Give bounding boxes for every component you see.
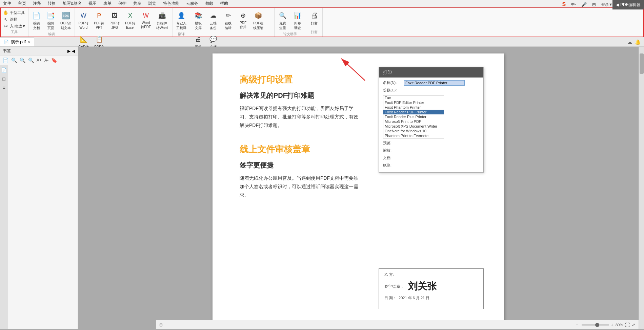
notification-icon: 🔔 — [635, 39, 641, 45]
template-library-button[interactable]: 📚 模板文库 — [192, 9, 205, 32]
printer-onenote[interactable]: OneNote for Windows 10 — [383, 129, 444, 133]
sidebar-font-up-icon[interactable]: A+ — [36, 57, 42, 63]
scan-to-word-button[interactable]: 📠 扫描件转Word — [154, 9, 170, 32]
ribbon-print-group: 🖨 打窗 打窗 — [306, 8, 323, 37]
pdf-tab[interactable]: 📄 演示.pdf ✕ — [0, 37, 34, 46]
menu-form[interactable]: 表单 — [102, 0, 113, 7]
hand-tool-button[interactable]: ✋ 手型工具 — [2, 9, 27, 16]
menu-help[interactable]: 帮助 — [219, 0, 229, 7]
section1-body: 福昕PDF阅读器拥有强大的打印功能，界面友好易于学习。支持虚拟打印、批量打印等多… — [240, 104, 358, 130]
word-to-pdf-button[interactable]: W Word转PDF — [139, 9, 153, 31]
section1-subtitle: 解决常见的PDF打印难题 — [240, 91, 358, 100]
zoom-out-button[interactable]: － — [575, 322, 580, 328]
menu-cloud[interactable]: 云服务 — [185, 0, 200, 7]
pdf-merge-button[interactable]: ⊕ PDF合并 — [236, 9, 250, 31]
online-edit-icon: ✏ — [223, 11, 233, 20]
edit-page-button[interactable]: 📑 编辑页面 — [44, 9, 58, 32]
menu-fill-sign[interactable]: 填写&签名 — [61, 0, 83, 7]
sig-date-value: 2021 年 6 月 21 日 — [399, 295, 429, 301]
online-edit-button[interactable]: ✏ 在线编辑 — [221, 9, 235, 32]
pdf-compress-button[interactable]: 📦 PDF在线压缩 — [251, 9, 265, 32]
print-zoom-row: 缩放: — [383, 148, 479, 155]
menu-home[interactable]: 主页 — [17, 0, 27, 7]
read-survey-button[interactable]: 📊 阅卷调查 — [291, 9, 304, 32]
print-dialog: 打印 名称(N): Foxit Reader PDF Printer 份数(C)… — [379, 67, 484, 173]
ribbon-research-group: 🔍 免费查重 📊 阅卷调查 论文助手 — [275, 8, 306, 37]
sidebar-panel-bookmark-icon[interactable]: ≡ — [2, 85, 5, 90]
pdf-to-ppt-button[interactable]: P PDF转PPT — [92, 9, 106, 31]
pdf-to-jpg-button[interactable]: 🖼 PDF转JPG — [107, 9, 122, 31]
menu-share[interactable]: 共享 — [132, 0, 143, 7]
pdf-to-word-button[interactable]: W PDF转Word — [76, 9, 90, 31]
menu-special[interactable]: 特色功能 — [162, 0, 181, 7]
print-doc-row: 文档: — [383, 155, 479, 162]
ocr-icon: 🔤 — [61, 11, 71, 20]
print-name-value: Foxit Reader PDF Printer — [404, 80, 465, 86]
fit-page-icon[interactable]: ⤢ — [632, 323, 635, 327]
menu-view[interactable]: 视图 — [87, 0, 98, 7]
pro-translate-button[interactable]: 👤 专业人工翻译 — [174, 9, 188, 32]
free-check-button[interactable]: 🔍 免费查重 — [276, 9, 289, 32]
sidebar-title: 书签 — [3, 48, 11, 54]
pdf-to-jpg-label: PDF转JPG — [109, 21, 120, 29]
printer-foxit-plus[interactable]: Foxit Reader Plus Printer — [383, 114, 444, 119]
online-edit-label: 在线编辑 — [225, 21, 232, 30]
sidebar-search1-icon[interactable]: 🔍 — [11, 57, 18, 64]
template-library-label: 模板文库 — [195, 21, 202, 30]
fullscreen-button[interactable]: ⛶ — [625, 322, 630, 328]
printer-ms-xps[interactable]: Microsoft XPS Document Writer — [383, 124, 444, 129]
menu-convert[interactable]: 转换 — [46, 0, 57, 7]
select-icon: ↖ — [3, 17, 8, 22]
printer-foxit-reader[interactable]: Foxit Reader PDF Printer — [383, 110, 444, 114]
research-assistant-label: 论文助手 — [276, 32, 304, 37]
edit-doc-button[interactable]: 📄 编辑文档 — [30, 9, 43, 32]
sidebar-panel-pages-icon[interactable]: 📄 — [1, 67, 7, 73]
sidebar-bookmark-icon[interactable]: 🔖 — [51, 57, 58, 64]
bottom-bar: ⊞ － + 80% ⛶ ⤢ — [156, 320, 639, 329]
menu-annotation[interactable]: 注释 — [32, 0, 42, 7]
tab-close-button[interactable]: ✕ — [28, 40, 31, 44]
ocr-button[interactable]: 🔤 OCR识别文本 — [58, 9, 73, 32]
crop-icon: ✂ — [3, 23, 8, 29]
menu-protect[interactable]: 保护 — [117, 0, 128, 7]
red-arrow-annotation — [338, 57, 372, 85]
login-icon[interactable]: 登录▼ — [600, 1, 614, 8]
sidebar-expand-icon[interactable]: ▶ — [67, 49, 71, 53]
scrollbar-thumb[interactable] — [640, 53, 644, 74]
sidebar-doc-icon[interactable]: 📄 — [2, 57, 9, 64]
sidebar-collapse-icon[interactable]: ◀ — [72, 49, 75, 53]
content-area[interactable]: 高级打印设置 解决常见的PDF打印难题 福昕PDF阅读器拥有强大的打印功能，界面… — [78, 47, 644, 329]
print-button[interactable]: 🖨 打窗 — [307, 9, 321, 27]
zoom-in-button[interactable]: + — [611, 322, 613, 328]
cloud-backup-button[interactable]: ☁ 云端备份 — [206, 9, 220, 32]
edit-doc-label: 编辑文档 — [33, 21, 40, 30]
pdf-to-excel-button[interactable]: X PDF转Excel — [123, 9, 137, 31]
printer-ms-pdf[interactable]: Microsoft Print to PDF — [383, 119, 444, 124]
zoom-slider[interactable] — [582, 324, 609, 326]
sidebar-font-down-icon[interactable]: A- — [44, 57, 49, 63]
vertical-scrollbar[interactable] — [639, 47, 644, 329]
menu-browse[interactable]: 浏览 — [147, 0, 158, 7]
menu-file[interactable]: 文件 — [2, 0, 13, 7]
print-paper-label: 纸张: — [383, 163, 402, 168]
sidebar-panel-search-icon[interactable]: □ — [2, 76, 5, 82]
template-icon: 📚 — [194, 11, 203, 20]
sidebar-search3-icon[interactable]: 🔍 — [27, 57, 35, 64]
select-tool-button[interactable]: ↖ 选择 — [2, 16, 27, 22]
cloud-icon: ☁ — [208, 11, 218, 20]
translate-icon: 📋 — [95, 35, 104, 44]
printer-foxit-phantom[interactable]: Foxit Phantom Printer — [383, 105, 444, 110]
free-check-icon: 🔍 — [278, 11, 287, 20]
sidebar-search2-icon[interactable]: 🔍 — [19, 57, 26, 64]
printer-fax[interactable]: Fax — [383, 95, 444, 100]
printer-phantom-evernote[interactable]: Phantom Print to Evernote — [383, 133, 444, 138]
crop-tool-button[interactable]: ✂ 入 缩放▼ — [2, 23, 27, 29]
grid-icon[interactable]: ⊞ — [591, 1, 597, 8]
mic-icon[interactable]: 🎤 — [580, 1, 588, 8]
print-label: 打窗 — [311, 21, 318, 26]
edit-doc-icon: 📄 — [32, 11, 41, 20]
menu-extra[interactable]: 额颇 — [204, 0, 215, 7]
printer-foxit-editor[interactable]: Foxit PDF Editor Printer — [383, 100, 444, 105]
print-name-label: 名称(N): — [383, 80, 402, 85]
zoom-thumb[interactable] — [595, 323, 599, 327]
